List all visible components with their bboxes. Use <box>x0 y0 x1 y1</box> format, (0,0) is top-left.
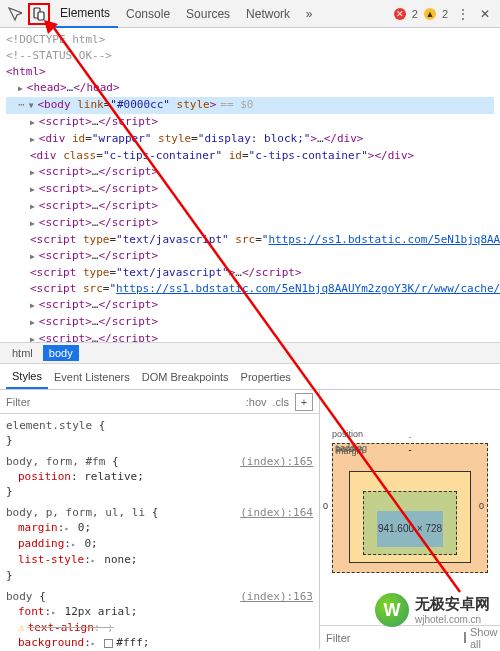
watermark-title: 无极安卓网 <box>415 595 490 614</box>
cls-toggle[interactable]: .cls <box>273 396 290 408</box>
watermark-logo-icon: W <box>375 593 409 627</box>
script-node[interactable]: <script>…</script> <box>6 314 494 331</box>
error-warning-area[interactable]: ✕ 2 ▲ 2 <box>394 8 448 20</box>
close-icon[interactable]: ✕ <box>476 5 494 23</box>
breadcrumbs: html body <box>0 342 500 364</box>
inspect-element-icon[interactable] <box>4 3 26 25</box>
script-node[interactable]: <script>…</script> <box>6 248 494 265</box>
bm-position-top: - <box>409 432 412 442</box>
script-src2-node[interactable]: <script src="https://ss1.bdstatic.com/5e… <box>6 281 494 297</box>
kebab-menu-icon[interactable]: ⋮ <box>454 5 472 23</box>
tab-dom-breakpoints[interactable]: DOM Breakpoints <box>136 366 235 388</box>
div-wrapper-node[interactable]: <div id="wrapper" style="display: block;… <box>6 131 494 148</box>
tab-network[interactable]: Network <box>238 1 298 27</box>
warning-count: 2 <box>442 8 448 20</box>
styles-filter-input[interactable] <box>6 396 240 408</box>
bm-position-label: position <box>332 429 363 439</box>
bm-padding-label: padding <box>335 443 367 453</box>
bm-content-dims: 941.600 × 728 <box>377 511 443 547</box>
script-node[interactable]: <script>…</script> <box>6 164 494 181</box>
tab-styles[interactable]: Styles <box>6 365 48 389</box>
styles-filter-bar: :hov .cls + <box>0 390 319 414</box>
html-tag[interactable]: <html> <box>6 65 46 78</box>
hov-toggle[interactable]: :hov <box>246 396 267 408</box>
svg-rect-1 <box>38 12 44 20</box>
error-icon: ✕ <box>394 8 406 20</box>
script-node[interactable]: <script>…</script> <box>6 215 494 232</box>
div-tips-node[interactable]: <div class="c-tips-container" id="c-tips… <box>6 148 494 164</box>
tab-properties[interactable]: Properties <box>235 366 297 388</box>
script-node[interactable]: <script>…</script> <box>6 114 494 131</box>
computed-filter-bar: Show all <box>320 625 500 649</box>
script-type-node[interactable]: <script type="text/javascript">…</script… <box>6 265 494 281</box>
watermark: W 无极安卓网 wjhotel.com.cn <box>375 593 490 627</box>
new-rule-icon[interactable]: + <box>295 393 313 411</box>
devtools-toolbar: Elements Console Sources Network » ✕ 2 ▲… <box>0 0 500 28</box>
box-model[interactable]: position - margin - 0 0 border - padding… <box>320 390 500 625</box>
styles-tabs: Styles Event Listeners DOM Breakpoints P… <box>0 364 500 390</box>
dom-tree[interactable]: <!DOCTYPE html> <!--STATUS OK--> <html> … <box>0 28 500 342</box>
crumb-body[interactable]: body <box>43 345 79 361</box>
tab-elements[interactable]: Elements <box>52 0 118 28</box>
tab-sources[interactable]: Sources <box>178 1 238 27</box>
styles-rules-pane: :hov .cls + element.style { } (index):16… <box>0 390 320 649</box>
computed-filter-input[interactable] <box>326 632 464 644</box>
watermark-url: wjhotel.com.cn <box>415 614 490 625</box>
script-node[interactable]: <script>…</script> <box>6 198 494 215</box>
css-rules[interactable]: element.style { } (index):165body, form,… <box>0 414 319 649</box>
script-src-node[interactable]: <script type="text/javascript" src="http… <box>6 232 494 248</box>
crumb-html[interactable]: html <box>6 345 39 361</box>
error-count: 2 <box>412 8 418 20</box>
bm-padding-top: - <box>409 445 412 455</box>
body-node[interactable]: <body link="#0000cc" style>== $0 <box>6 97 494 114</box>
tabs-overflow-icon[interactable]: » <box>300 5 318 23</box>
tab-event-listeners[interactable]: Event Listeners <box>48 366 136 388</box>
showall-label: Show all <box>470 626 498 650</box>
script-node[interactable]: <script>…</script> <box>6 331 494 342</box>
panel-tabs: Elements Console Sources Network » <box>52 0 394 28</box>
script-node[interactable]: <script>…</script> <box>6 297 494 314</box>
tab-console[interactable]: Console <box>118 1 178 27</box>
head-node[interactable]: <head>…</head> <box>6 80 494 97</box>
warning-icon: ▲ <box>424 8 436 20</box>
doctype: <!DOCTYPE html> <box>6 33 105 46</box>
device-toggle-icon[interactable] <box>28 3 50 25</box>
script-node[interactable]: <script>…</script> <box>6 181 494 198</box>
showall-checkbox[interactable] <box>464 632 466 643</box>
comment: <!--STATUS OK--> <box>6 49 112 62</box>
